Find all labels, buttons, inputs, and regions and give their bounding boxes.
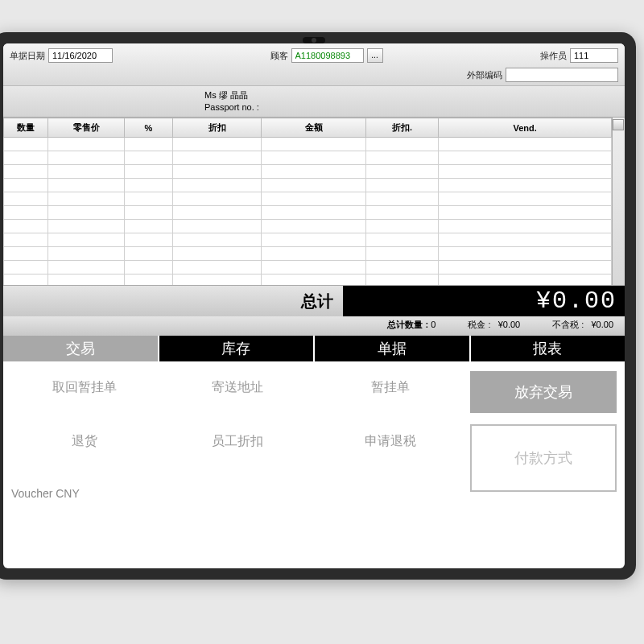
actions-panel: 取回暂挂单 退货 Voucher CNY 寄送地址 员工折扣 暂挂单 申请退税 … xyxy=(3,361,625,518)
customer-name: Ms 缪 晶晶 xyxy=(204,89,625,101)
total-label: 总计 xyxy=(301,291,343,312)
customer-lookup-button[interactable]: ... xyxy=(367,48,383,63)
total-bar: 总计 ¥0.00 xyxy=(3,286,625,316)
col-discount2[interactable]: 折扣. xyxy=(366,118,439,138)
table-row[interactable] xyxy=(4,165,612,179)
hold-button[interactable]: 暂挂单 xyxy=(317,371,464,404)
tab-docs[interactable]: 单据 xyxy=(315,336,471,361)
table-row[interactable] xyxy=(4,179,612,192)
operator-label: 操作员 xyxy=(540,50,567,62)
ship-address-button[interactable]: 寄送地址 xyxy=(164,371,311,404)
camera-notch xyxy=(303,37,325,43)
header-bar: 单据日期 顾客 ... 操作员 外部编码 xyxy=(3,43,625,86)
operator-field[interactable] xyxy=(570,48,618,63)
col-pct[interactable]: % xyxy=(125,118,173,138)
payment-method-button[interactable]: 付款方式 xyxy=(470,424,617,492)
line-items-grid[interactable]: 数量 零售价 % 折扣 金额 折扣. Vend. xyxy=(3,117,625,286)
total-excl: 不含税 : ¥0.00 xyxy=(552,319,613,331)
col-retail[interactable]: 零售价 xyxy=(48,118,125,138)
grid-scrollbar[interactable] xyxy=(612,118,625,285)
scroll-up-icon[interactable] xyxy=(613,119,624,130)
total-tax: 税金 : ¥0.00 xyxy=(468,319,520,331)
staff-discount-button[interactable]: 员工折扣 xyxy=(164,425,311,458)
table-row[interactable] xyxy=(4,138,612,151)
abandon-transaction-button[interactable]: 放弃交易 xyxy=(470,371,617,413)
col-vend[interactable]: Vend. xyxy=(439,118,612,138)
table-row[interactable] xyxy=(4,247,612,261)
date-label: 单据日期 xyxy=(10,50,45,62)
total-value: ¥0.00 xyxy=(343,286,625,316)
table-row[interactable] xyxy=(4,220,612,233)
table-row[interactable] xyxy=(4,233,612,247)
customer-info-block: Ms 缪 晶晶 Passport no. : xyxy=(3,86,625,117)
tab-inventory[interactable]: 库存 xyxy=(159,336,316,361)
return-button[interactable]: 退货 xyxy=(11,425,158,458)
table-row[interactable] xyxy=(4,261,612,275)
tab-row: 交易 库存 单据 报表 xyxy=(3,336,625,361)
date-field[interactable] xyxy=(48,48,113,63)
ext-code-field[interactable] xyxy=(506,68,618,82)
table-row[interactable] xyxy=(4,206,612,220)
table-row[interactable] xyxy=(4,192,612,206)
customer-field[interactable] xyxy=(291,48,364,63)
tab-reports[interactable]: 报表 xyxy=(471,336,625,361)
customer-passport: Passport no. : xyxy=(204,101,625,114)
tab-transaction[interactable]: 交易 xyxy=(3,336,159,361)
subtotals-row: 总计数量 : 0 税金 : ¥0.00 不含税 : ¥0.00 xyxy=(3,316,625,336)
pos-screen: 单据日期 顾客 ... 操作员 外部编码 Ms 缪 晶晶 Passport no… xyxy=(3,43,625,568)
col-amount[interactable]: 金额 xyxy=(262,118,366,138)
tax-refund-button[interactable]: 申请退税 xyxy=(317,425,464,458)
col-discount[interactable]: 折扣 xyxy=(173,118,262,138)
customer-label: 顾客 xyxy=(270,50,288,62)
ext-code-label: 外部编码 xyxy=(467,69,502,81)
voucher-cny-button[interactable]: Voucher CNY xyxy=(11,479,158,508)
table-row[interactable] xyxy=(4,151,612,165)
monitor-frame: 单据日期 顾客 ... 操作员 外部编码 Ms 缪 晶晶 Passport no… xyxy=(0,32,636,580)
col-qty[interactable]: 数量 xyxy=(4,118,48,138)
table-row[interactable] xyxy=(4,275,612,287)
total-qty: 总计数量 : 0 xyxy=(387,319,436,331)
recall-hold-button[interactable]: 取回暂挂单 xyxy=(11,371,158,404)
